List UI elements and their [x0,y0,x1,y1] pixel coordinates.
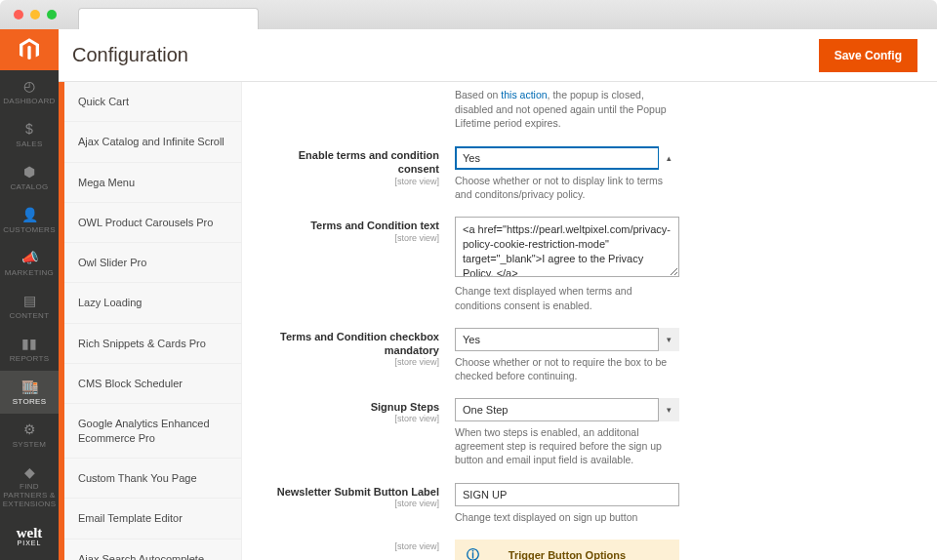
page-icon: ▤ [23,293,36,308]
person-icon: 👤 [21,207,38,222]
steps-select[interactable]: One Step [455,398,679,421]
mandatory-select[interactable]: Yes [455,328,679,351]
consent-label: Enable terms and condition consent [271,148,439,177]
mandatory-label: Terms and Condition checkbox mandatory [271,330,439,358]
save-config-button[interactable]: Save Config [819,39,917,72]
page-header: Configuration Save Config [59,29,937,82]
nav-stores[interactable]: 🏬STORES [0,371,59,414]
subnav-email-template[interactable]: Email Template Editor [64,499,241,539]
gauge-icon: ◴ [23,78,35,94]
consent-hint: Choose whether or not to display link to… [455,174,679,201]
steps-hint: When two steps is enabled, an additonal … [455,425,679,467]
subnav-ajax-catalog[interactable]: Ajax Catalog and Infinite Scroll [64,122,241,162]
submit-label-input[interactable] [455,483,679,506]
dollar-icon: $ [25,121,33,137]
subnav-owl-slider[interactable]: Owl Slider Pro [64,243,241,283]
nav-marketing[interactable]: 📣MARKETING [0,242,59,285]
box-icon: ⬢ [23,164,35,180]
info-icon: ⓘ [467,546,479,560]
window-minimize-dot[interactable] [30,10,40,20]
tctext-label: Terms and Condition text [271,219,439,232]
nav-customers[interactable]: 👤CUSTOMERS [0,199,59,242]
subnav-owl-carousels[interactable]: OWL Product Carousels Pro [64,203,241,243]
browser-chrome [0,0,937,29]
nav-catalog[interactable]: ⬢CATALOG [0,156,59,199]
subnav-mega-menu[interactable]: Mega Menu [64,163,241,203]
subnav-lazy-loading[interactable]: Lazy Loading [64,283,241,323]
nav-content[interactable]: ▤CONTENT [0,285,59,328]
config-subnav: Quick Cart Ajax Catalog and Infinite Scr… [64,82,242,560]
nav-reports[interactable]: ▮▮REPORTS [0,328,59,371]
subnav-cms-block[interactable]: CMS Block Scheduler [64,364,241,404]
page-title: Configuration [72,44,188,66]
tctext-textarea[interactable]: <a href="https://pearl.weltpixel.com/pri… [455,217,679,277]
nav-sales[interactable]: $SALES [0,113,59,156]
consent-select[interactable]: Yes [455,146,679,170]
partners-icon: ◆ [24,464,35,480]
window-zoom-dot[interactable] [47,10,57,20]
magento-logo[interactable] [0,29,59,70]
nav-system[interactable]: ⚙SYSTEM [0,414,59,457]
brand-logo: welt PIXEL [17,517,43,561]
window-close-dot[interactable] [14,10,23,20]
subnav-ajax-search[interactable]: Ajax Search Autocomplete [64,540,241,560]
subnav-thank-you[interactable]: Custom Thank You Page [64,459,241,499]
store-icon: 🏬 [21,379,38,394]
gear-icon: ⚙ [23,421,36,437]
steps-label: Signup Steps [271,400,439,414]
trigger-options-banner: ⓘ Trigger Button Options [455,540,679,560]
subnav-rich-snippets[interactable]: Rich Snippets & Cards Pro [64,324,241,364]
submit-label-label: Newsletter Submit Button Label [271,485,439,499]
submit-hint: Change text displayed on sign up button [455,510,679,524]
mandatory-hint: Choose whether or not to require the box… [455,355,679,382]
nav-dashboard[interactable]: ◴DASHBOARD [0,70,59,113]
tctext-hint: Change text displayed when terms and con… [455,284,679,311]
megaphone-icon: 📣 [21,250,38,265]
form-area: Based on this action, the popup is close… [242,82,937,560]
subnav-ga-enhanced[interactable]: Google Analytics Enhanced Ecommerce Pro [64,404,241,459]
top-hint: Based on this action, the popup is close… [455,88,679,131]
subnav-quick-cart[interactable]: Quick Cart [64,82,241,122]
action-link[interactable]: this action [501,89,547,100]
admin-sidebar: ◴DASHBOARD $SALES ⬢CATALOG 👤CUSTOMERS 📣M… [0,29,59,560]
browser-tab[interactable] [78,8,259,29]
chart-icon: ▮▮ [21,336,37,351]
nav-partners[interactable]: ◆FIND PARTNERS & EXTENSIONS [0,457,59,516]
